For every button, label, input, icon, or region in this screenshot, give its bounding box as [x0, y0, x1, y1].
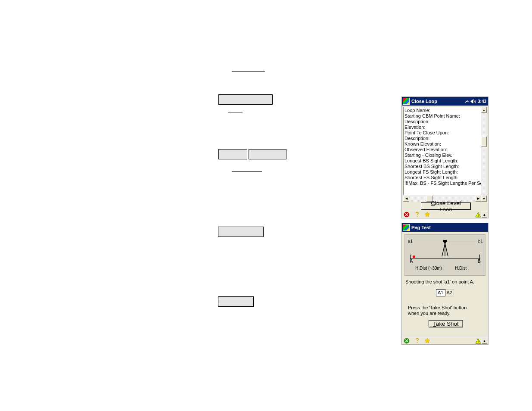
window-title: Close Loop [411, 99, 464, 104]
svg-rect-4 [478, 216, 478, 217]
label-a1: a1 [408, 239, 413, 244]
rect-3 [218, 227, 264, 237]
rect-1 [218, 94, 273, 105]
clock-time: 3:43 [478, 99, 486, 104]
report-line: Shortest BS Sight Length: [404, 164, 480, 169]
instrument-icon [441, 240, 449, 258]
tab-a2[interactable]: A2 [445, 289, 454, 296]
window-title: Peg Test [411, 225, 488, 230]
warning-icon[interactable] [475, 338, 481, 345]
warning-icon[interactable] [475, 212, 481, 219]
rect-4 [218, 296, 254, 307]
divider [228, 112, 243, 112]
shot-stage-tabs: A1A2 [402, 289, 488, 296]
sip-up-icon[interactable]: ▲ [482, 212, 487, 218]
client-area: a1 b1 A B H.Dist (~30m) H.Dist Shooting … [402, 232, 488, 337]
report-line: Starting - Closing Elev.: [404, 153, 480, 158]
start-icon[interactable] [402, 97, 411, 106]
close-level-loop-button[interactable]: Close Level Loop [421, 202, 471, 210]
help-icon[interactable] [414, 212, 420, 218]
svg-rect-6 [444, 242, 446, 243]
svg-line-8 [445, 243, 448, 256]
report-line: Longest FS Sight Length: [404, 169, 480, 175]
vertical-scrollbar[interactable]: ▲ ▼ [481, 107, 487, 202]
command-bar: ▲ [402, 337, 488, 344]
help-icon[interactable] [414, 338, 420, 344]
sip-up-icon[interactable]: ▲ [482, 338, 487, 344]
report-line: !!!Max. BS - FS Sight Lengths Per Setu [404, 181, 480, 186]
svg-rect-3 [478, 214, 478, 216]
ground-line [410, 258, 480, 258]
ok-icon[interactable] [404, 338, 410, 344]
scroll-left-icon[interactable]: ◀ [403, 196, 409, 202]
hint-text: Press the 'Take Shot' button when you ar… [408, 305, 471, 316]
report-line: Observed Elevation: [404, 147, 480, 153]
favorites-icon[interactable] [424, 338, 430, 344]
report-line: Longest BS Sight Length: [404, 158, 480, 164]
titlebar: Close Loop 3:43 [402, 97, 488, 106]
sight-line-a [413, 241, 443, 241]
connection-icon [464, 99, 469, 104]
command-bar: ▲ [402, 211, 488, 218]
speaker-icon [470, 99, 476, 104]
report-line: Starting CBM Point Name: [404, 113, 480, 119]
instruction-text: Shooting the shot 'a1' on point A. [405, 279, 485, 285]
label-pt-b: B [478, 259, 481, 264]
report-line: Point To Close Upon: [404, 130, 480, 136]
label-pt-a: A [410, 259, 413, 264]
rect-2a [218, 149, 247, 159]
peg-diagram: a1 b1 A B H.Dist (~30m) H.Dist [404, 234, 485, 276]
take-shot-button[interactable]: Take Shot [429, 320, 463, 327]
divider [232, 71, 265, 72]
sight-line-b [448, 242, 479, 242]
start-icon[interactable] [402, 223, 411, 232]
favorites-icon[interactable] [424, 212, 430, 218]
label-b1: b1 [478, 239, 483, 244]
scroll-thumb[interactable] [481, 137, 487, 147]
report-listbox[interactable]: Loop Name: Starting CBM Point Name: Desc… [403, 107, 481, 195]
pda-peg-test: Peg Test a1 b1 A B H.Dist (~30m) H.Dist … [401, 223, 488, 345]
report-line: Description: [404, 119, 480, 125]
scroll-down-icon[interactable]: ▼ [481, 196, 487, 202]
titlebar: Peg Test [402, 223, 488, 232]
tab-a1[interactable]: A1 [436, 289, 445, 296]
rect-2b [249, 149, 286, 159]
pda-close-loop: Close Loop 3:43 Loop Name: Starting CBM … [401, 97, 488, 218]
report-line: Shortest FS Sight Length: [404, 175, 480, 181]
svg-rect-13 [478, 342, 478, 343]
report-line: Description: [404, 136, 480, 141]
scroll-right-icon[interactable]: ▶ [475, 196, 481, 202]
report-line: Loop Name: [404, 108, 480, 113]
svg-line-7 [442, 243, 445, 256]
svg-point-11 [417, 342, 418, 343]
divider [232, 171, 262, 172]
hdist-right-label: H.Dist [455, 266, 467, 271]
close-icon[interactable] [404, 212, 410, 218]
svg-rect-12 [478, 340, 478, 342]
hdist-left-label: H.Dist (~30m) [415, 266, 442, 271]
report-line: Known Elevation: [404, 141, 480, 147]
scroll-up-icon[interactable]: ▲ [481, 107, 487, 113]
svg-point-2 [417, 216, 418, 217]
scroll-track[interactable] [481, 113, 487, 196]
client-area: Loop Name: Starting CBM Point Name: Desc… [402, 106, 488, 211]
svg-rect-5 [443, 240, 447, 242]
report-line: Elevation: [404, 125, 480, 130]
status-icons: 3:43 [464, 99, 488, 104]
